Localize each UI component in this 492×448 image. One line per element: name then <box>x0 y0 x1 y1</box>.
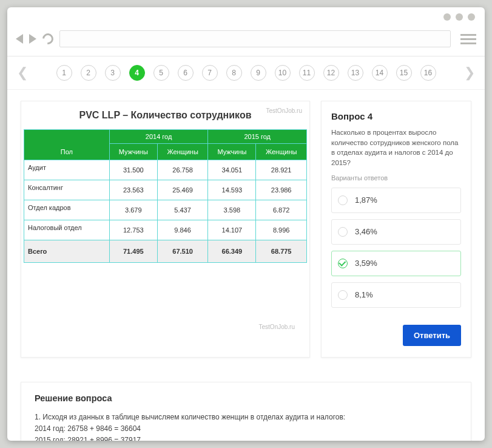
table-title: PVC LLP – Количество сотрудников <box>24 104 307 129</box>
col-header-f1: Женщины <box>157 144 208 160</box>
solution-line: 1. Исходя из данных в таблице вычисляем … <box>35 412 457 423</box>
table-row: Консалтинг23.56325.46914.59323.986 <box>24 180 307 200</box>
row-label: Налоговый отдел <box>24 220 110 240</box>
year-header-2014: 2014 год <box>109 130 208 144</box>
step-7[interactable]: 7 <box>202 65 218 81</box>
window-dot[interactable] <box>456 13 463 21</box>
radio-icon <box>338 227 348 237</box>
step-11[interactable]: 11 <box>299 65 315 81</box>
col-header-m2: Мужчины <box>208 144 256 160</box>
submit-button[interactable]: Ответить <box>403 325 461 346</box>
step-10[interactable]: 10 <box>275 65 291 81</box>
back-button[interactable] <box>16 34 23 44</box>
solution-line: 2014 год: 26758 + 9846 = 36604 <box>35 423 457 435</box>
answer-option[interactable]: 8,1% <box>331 282 461 308</box>
question-panel: Вопрос 4 Насколько в процентах выросло к… <box>321 101 471 358</box>
step-1[interactable]: 1 <box>56 65 72 81</box>
data-panel: TestOnJob.ru PVC LLP – Количество сотруд… <box>21 101 310 358</box>
question-heading: Вопрос 4 <box>331 111 461 121</box>
step-2[interactable]: 2 <box>81 65 96 81</box>
solution-line: 2015 год: 28921 + 8996 = 37917 <box>35 435 457 441</box>
window-dot[interactable] <box>443 13 451 21</box>
option-label: 1,87% <box>355 195 377 205</box>
forward-button[interactable] <box>29 34 36 44</box>
watermark: TestOnJob.ru <box>266 107 302 114</box>
option-label: 8,1% <box>355 290 373 299</box>
employees-table: Пол 2014 год 2015 год Мужчины Женщины Му… <box>24 129 307 263</box>
page-content: ❮ 12345678910111213141516 ❯ TestOnJob.ru… <box>7 56 485 441</box>
variants-label: Варианты ответов <box>331 174 461 182</box>
option-label: 3,46% <box>355 227 377 236</box>
step-4[interactable]: 4 <box>129 65 145 81</box>
step-8[interactable]: 8 <box>226 65 242 81</box>
option-label: 3,59% <box>355 259 377 268</box>
row-label: Аудит <box>24 160 110 180</box>
question-text: Насколько в процентах выросло количество… <box>331 127 461 168</box>
answer-option[interactable]: 3,59% <box>331 251 461 276</box>
step-13[interactable]: 13 <box>348 65 363 81</box>
watermark: TestOnJob.ru <box>259 324 295 330</box>
window-controls <box>7 7 485 27</box>
solution-panel: Решение вопроса 1. Исходя из данных в та… <box>21 382 471 441</box>
radio-icon <box>338 290 348 300</box>
step-14[interactable]: 14 <box>372 65 388 81</box>
solution-heading: Решение вопроса <box>35 393 457 403</box>
total-label: Всего <box>24 240 110 263</box>
step-6[interactable]: 6 <box>178 65 194 81</box>
stepper-prev[interactable]: ❮ <box>13 65 32 81</box>
year-header-2015: 2015 год <box>208 130 307 144</box>
step-16[interactable]: 16 <box>420 65 436 81</box>
step-3[interactable]: 3 <box>105 65 121 81</box>
col-header-gender: Пол <box>24 130 110 160</box>
window-dot[interactable] <box>468 13 475 21</box>
col-header-f2: Женщины <box>256 144 307 160</box>
radio-icon <box>338 259 348 268</box>
radio-icon <box>338 195 348 205</box>
row-label: Отдел кадров <box>24 200 110 220</box>
menu-button[interactable] <box>460 34 476 44</box>
step-15[interactable]: 15 <box>396 65 412 81</box>
table-row: Аудит31.50026.75834.05128.921 <box>24 160 307 180</box>
reload-button[interactable] <box>40 31 55 46</box>
answer-option[interactable]: 3,46% <box>331 219 461 245</box>
col-header-m1: Мужчины <box>109 144 157 160</box>
browser-window: ❮ 12345678910111213141516 ❯ TestOnJob.ru… <box>7 7 485 441</box>
step-12[interactable]: 12 <box>323 65 339 81</box>
answer-option[interactable]: 1,87% <box>331 188 461 213</box>
browser-toolbar <box>7 27 485 56</box>
step-5[interactable]: 5 <box>153 65 169 81</box>
table-row: Налоговый отдел12.7539.84614.1078.996 <box>24 220 307 240</box>
table-row: Отдел кадров3.6795.4373.5986.872 <box>24 200 307 220</box>
stepper-next[interactable]: ❯ <box>460 65 479 81</box>
row-label: Консалтинг <box>24 180 110 200</box>
table-total-row: Всего 71.495 67.510 66.349 68.775 <box>24 240 307 263</box>
step-9[interactable]: 9 <box>251 65 266 81</box>
address-bar[interactable] <box>59 30 451 47</box>
question-stepper: ❮ 12345678910111213141516 ❯ <box>7 56 485 90</box>
